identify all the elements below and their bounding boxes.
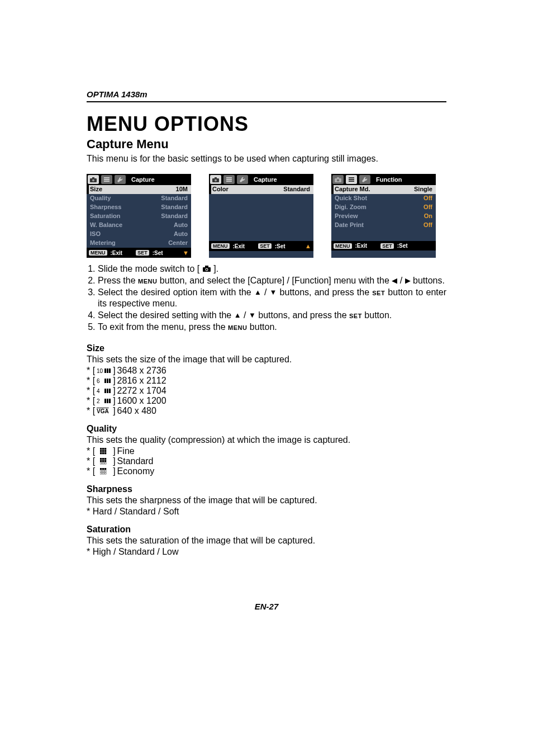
page-title: MENU OPTIONS xyxy=(87,112,446,136)
svg-rect-55 xyxy=(102,462,104,464)
menu-row-label: Size xyxy=(90,186,102,193)
camera-icon xyxy=(88,175,99,184)
2m-icon: 2 xyxy=(97,397,111,405)
svg-rect-33 xyxy=(109,389,111,393)
exit-label: :Exit xyxy=(233,243,245,249)
svg-rect-17 xyxy=(349,181,354,182)
svg-rect-43 xyxy=(102,450,104,452)
set-label: :Set xyxy=(153,250,163,256)
menu-row-label: Quick Shot xyxy=(335,195,367,202)
option-text: Fine xyxy=(117,446,135,456)
option-text: 1600 x 1200 xyxy=(117,396,166,406)
q-std-icon xyxy=(97,457,111,465)
svg-rect-62 xyxy=(104,470,106,472)
svg-rect-11 xyxy=(226,181,232,182)
set-label: :Set xyxy=(397,243,408,249)
svg-rect-42 xyxy=(100,450,102,452)
page-footer: EN-27 xyxy=(87,602,446,611)
lcd-screen-function: Function Capture Md.SingleQuick ShotOffD… xyxy=(331,174,436,258)
menu-row-label: Preview xyxy=(335,212,358,220)
svg-rect-36 xyxy=(107,399,108,403)
screen-tab-title: Function xyxy=(376,176,402,183)
option-line: * [10] 3648 x 2736 xyxy=(87,366,446,376)
section-desc-saturation: This sets the saturation of the image th… xyxy=(87,536,446,546)
svg-text:10: 10 xyxy=(97,368,103,374)
svg-rect-50 xyxy=(104,458,106,460)
menu-row-label: Color xyxy=(212,186,229,193)
menu-row-label: Metering xyxy=(90,239,116,247)
option-line: * [ ] Fine xyxy=(87,446,446,456)
svg-rect-10 xyxy=(226,179,232,180)
svg-rect-44 xyxy=(104,450,106,452)
option-text: Standard xyxy=(117,456,154,466)
svg-rect-37 xyxy=(109,399,111,403)
svg-rect-45 xyxy=(100,452,102,454)
svg-rect-61 xyxy=(102,470,104,472)
svg-rect-60 xyxy=(100,470,102,472)
menu-row-value: 10M xyxy=(176,186,188,193)
svg-text:2: 2 xyxy=(97,398,100,404)
step-item: Slide the mode switch to [ ]. xyxy=(98,263,446,275)
section-desc-quality: This sets the quality (compression) at w… xyxy=(87,435,446,445)
menu-row-label: Digi. Zoom xyxy=(335,204,367,211)
menu-row: SharpnessStandard xyxy=(87,203,191,212)
step-item: To exit from the menu, press the MENU bu… xyxy=(98,322,446,333)
svg-rect-53 xyxy=(104,460,106,462)
svg-rect-57 xyxy=(100,468,102,470)
svg-rect-9 xyxy=(226,177,232,178)
option-line: * [ ] Standard xyxy=(87,456,446,466)
menu-row: ISOAuto xyxy=(87,230,191,239)
menu-row-label: Sharpness xyxy=(90,204,121,211)
section-desc-size: This sets the size of the image that wil… xyxy=(87,355,446,365)
svg-rect-19 xyxy=(205,266,208,268)
menu-row-label: W. Balance xyxy=(90,221,122,229)
camera-icon xyxy=(332,175,344,184)
svg-rect-49 xyxy=(102,458,104,460)
step-item: Press the MENU button, and select the [C… xyxy=(98,275,446,287)
wrench-icon xyxy=(237,175,248,184)
step-item: Select the desired setting with the ▲ / … xyxy=(98,310,446,322)
list-icon xyxy=(346,175,357,184)
step-item: Select the desired option item with the … xyxy=(98,287,446,310)
svg-rect-63 xyxy=(100,472,102,474)
menu-row: ColorStandard xyxy=(209,185,313,194)
menu-row-value: Single xyxy=(414,186,432,193)
section-title-sharpness: Sharpness xyxy=(87,484,446,494)
svg-rect-28 xyxy=(107,379,108,383)
svg-point-21 xyxy=(206,269,207,271)
svg-rect-51 xyxy=(100,460,102,462)
svg-point-2 xyxy=(92,179,94,182)
section-title-quality: Quality xyxy=(87,424,446,434)
vga-icon: VGA xyxy=(97,407,111,415)
svg-point-8 xyxy=(215,179,217,182)
option-text: Economy xyxy=(117,466,155,476)
lcd-screen-capture-1: Capture Size10MQualityStandardSharpnessS… xyxy=(87,174,191,258)
set-pill: SET xyxy=(380,243,394,249)
menu-row-value: Auto xyxy=(174,230,188,238)
menu-row-value: Standard xyxy=(283,186,310,193)
6m-icon: 6 xyxy=(97,377,111,385)
svg-rect-47 xyxy=(104,452,106,454)
option-text: 3648 x 2736 xyxy=(117,366,166,376)
exit-label: :Exit xyxy=(111,250,123,256)
q-fine-icon xyxy=(97,447,111,455)
menu-row-value: Off xyxy=(423,221,432,229)
option-line: * [2] 1600 x 1200 xyxy=(87,396,446,406)
svg-rect-25 xyxy=(109,368,111,373)
option-text: 2816 x 2112 xyxy=(117,376,166,386)
intro-text: This menu is for the basic settings to b… xyxy=(87,154,446,164)
menu-row: Digi. ZoomOff xyxy=(331,203,436,212)
menu-row: QualityStandard xyxy=(87,194,191,203)
svg-rect-41 xyxy=(104,448,106,450)
menu-row: MeteringCenter xyxy=(87,239,191,248)
option-line: * [6] 2816 x 2112 xyxy=(87,376,446,386)
svg-point-14 xyxy=(337,179,339,182)
menu-row: Size10M xyxy=(87,185,191,194)
menu-pill: MENU xyxy=(211,243,230,249)
menu-row-value: Auto xyxy=(174,221,188,229)
set-pill: SET xyxy=(258,243,272,249)
option-line: * [VGA] 640 x 480 xyxy=(87,406,446,416)
section-desc-sharpness: This sets the sharpness of the image tha… xyxy=(87,495,446,505)
screen-tab-title: Capture xyxy=(254,176,277,183)
lcd-screen-capture-2: Capture ColorStandard MENU :Exit SET :Se… xyxy=(209,174,313,258)
